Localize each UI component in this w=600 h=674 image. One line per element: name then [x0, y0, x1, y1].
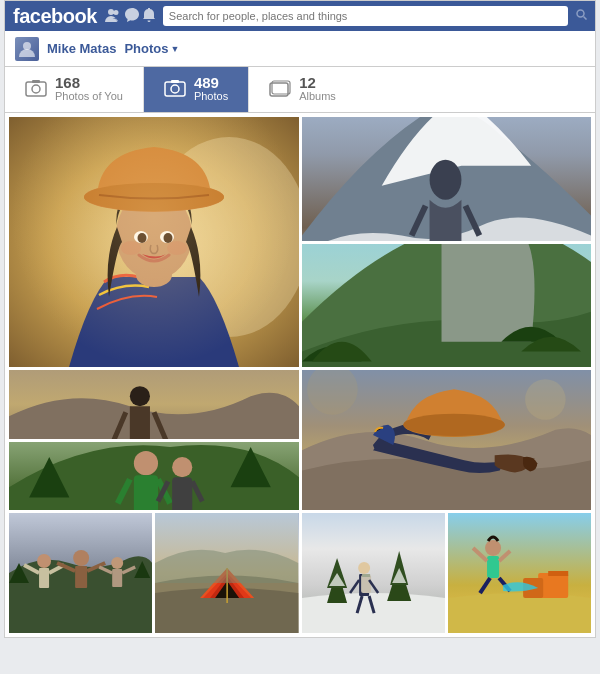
- photo-row-2: [9, 370, 591, 510]
- svg-point-30: [134, 451, 158, 475]
- photo-row-3: [9, 513, 591, 633]
- photo-9[interactable]: [302, 513, 445, 633]
- profile-bar: Mike Matas Photos ▼: [5, 31, 595, 67]
- svg-rect-49: [112, 569, 122, 587]
- svg-point-55: [358, 562, 370, 574]
- svg-rect-5: [32, 80, 40, 83]
- svg-rect-11: [9, 117, 299, 367]
- search-button[interactable]: [576, 9, 587, 23]
- svg-rect-57: [361, 575, 371, 593]
- photo-5[interactable]: [9, 370, 299, 439]
- notifications-icon[interactable]: [143, 8, 155, 24]
- svg-point-16: [84, 183, 224, 211]
- avatar: [15, 37, 39, 61]
- svg-point-19: [138, 233, 147, 243]
- svg-point-18: [160, 231, 174, 243]
- facebook-logo: facebook: [13, 5, 97, 28]
- photo-2[interactable]: [302, 117, 591, 241]
- photo-10[interactable]: [448, 513, 591, 633]
- svg-rect-8: [171, 80, 179, 83]
- svg-point-21: [121, 241, 141, 255]
- header-icon-group: [105, 8, 155, 24]
- svg-rect-65: [548, 571, 568, 576]
- svg-point-40: [37, 554, 51, 568]
- row1-right: [302, 117, 591, 367]
- svg-rect-6: [165, 82, 185, 96]
- svg-rect-33: [172, 477, 192, 510]
- svg-point-32: [172, 457, 192, 477]
- svg-point-13: [136, 263, 172, 287]
- svg-point-12: [149, 137, 299, 337]
- photo-row-1: [9, 117, 591, 367]
- svg-rect-58: [362, 574, 370, 577]
- top-navigation-bar: facebook: [5, 1, 595, 31]
- photos-label: Photos: [124, 41, 168, 56]
- photo-1[interactable]: [9, 117, 299, 367]
- photos-label-tab: Photos: [194, 90, 228, 103]
- tab-albums[interactable]: 12 Albums: [249, 67, 356, 112]
- svg-rect-31: [134, 475, 158, 510]
- photos-count: 489: [194, 75, 228, 90]
- tabs-bar: 168 Photos of You 489 Photos: [5, 67, 595, 113]
- photos-of-you-count: 168: [55, 75, 123, 90]
- svg-point-36: [403, 414, 504, 436]
- albums-count: 12: [299, 75, 336, 90]
- svg-point-44: [73, 550, 89, 566]
- photos-of-you-label: Photos of You: [55, 90, 123, 103]
- svg-point-0: [577, 10, 584, 17]
- svg-point-7: [171, 85, 179, 93]
- photos-dropdown[interactable]: Photos ▼: [124, 41, 179, 56]
- photos-of-you-icon: [25, 79, 47, 100]
- tab-photos-of-you[interactable]: 168 Photos of You: [5, 67, 144, 112]
- svg-point-15: [84, 182, 224, 212]
- svg-point-27: [130, 386, 150, 406]
- search-input[interactable]: [163, 6, 568, 26]
- svg-rect-45: [75, 566, 87, 588]
- photo-7[interactable]: [9, 513, 152, 633]
- svg-point-17: [134, 231, 148, 243]
- svg-point-4: [32, 85, 40, 93]
- svg-rect-41: [39, 568, 49, 588]
- chevron-down-icon: ▼: [170, 44, 179, 54]
- friends-icon[interactable]: [105, 8, 121, 24]
- svg-point-67: [485, 540, 501, 556]
- svg-point-24: [430, 160, 462, 200]
- profile-name: Mike Matas: [47, 41, 116, 56]
- svg-point-20: [164, 233, 173, 243]
- svg-point-14: [116, 190, 192, 280]
- svg-point-22: [167, 241, 187, 255]
- photo-grid: [5, 113, 595, 637]
- photos-icon: [164, 79, 186, 100]
- photo-4[interactable]: [302, 370, 591, 510]
- tab-photos[interactable]: 489 Photos: [144, 67, 249, 112]
- svg-rect-68: [487, 556, 499, 578]
- photo-6[interactable]: [9, 442, 299, 511]
- row2-left: [9, 370, 299, 510]
- svg-rect-3: [26, 82, 46, 96]
- svg-point-37: [525, 379, 566, 420]
- albums-label: Albums: [299, 90, 336, 103]
- photo-3[interactable]: [302, 244, 591, 368]
- svg-point-48: [111, 557, 123, 569]
- svg-line-1: [584, 17, 587, 20]
- albums-icon: [269, 79, 291, 100]
- messages-icon[interactable]: [125, 8, 139, 24]
- svg-point-2: [23, 42, 31, 50]
- photo-8[interactable]: [155, 513, 298, 633]
